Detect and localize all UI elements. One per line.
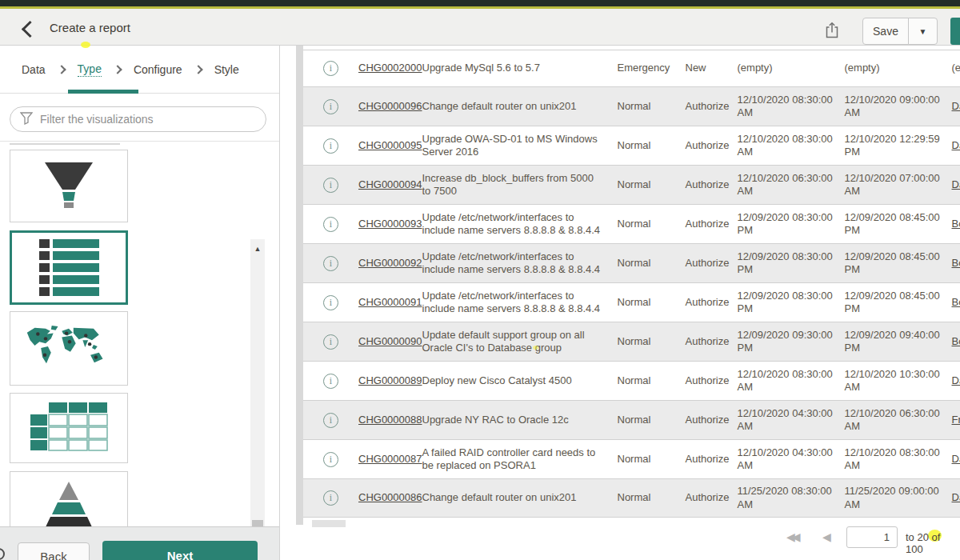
change-number-link[interactable]: CHG0000091	[358, 296, 422, 309]
chevron-right-icon	[57, 65, 66, 74]
viz-thumbnail-funnel[interactable]	[10, 150, 128, 222]
change-number-link[interactable]: CHG0000089	[358, 374, 422, 387]
short-description: Update /etc/network/interfaces to includ…	[422, 244, 618, 282]
change-number-link[interactable]: CHG0000096	[358, 100, 422, 113]
primary-action-button-partial[interactable]	[950, 18, 960, 45]
click-highlight	[533, 346, 538, 350]
assigned-to-link[interactable]: Dav	[952, 139, 960, 152]
assigned-to-link[interactable]: Fre	[952, 414, 960, 426]
state-cell: Authorize	[686, 205, 738, 243]
record-list-panel: iCHG0002000Upgrade MySql 5.6 to 5.7Emerg…	[280, 46, 960, 560]
assigned-to-link[interactable]: Dav	[952, 178, 960, 191]
info-icon[interactable]: i	[323, 334, 338, 350]
first-page-button[interactable]: ◀◀	[786, 530, 798, 543]
info-icon[interactable]: i	[323, 374, 338, 389]
table-row: iCHG0000086Change default router on unix…	[303, 478, 960, 518]
info-icon[interactable]: i	[323, 217, 338, 232]
assigned-to-link[interactable]: Bow	[952, 218, 960, 230]
table-row: iCHG0000090Update default support group …	[303, 322, 960, 361]
short-description: Increase db_block_buffers from 5000 to 7…	[422, 166, 618, 204]
save-dropdown-button[interactable]: ▼	[908, 18, 938, 45]
assigned-to-link[interactable]: Dav	[952, 491, 960, 504]
state-cell: Authorize	[686, 479, 738, 517]
filter-input[interactable]	[40, 113, 266, 126]
end-date-cell: 12/10/2020 09:00:00AM	[845, 87, 952, 126]
info-icon[interactable]: i	[323, 99, 338, 114]
viz-thumbnail-pyramid[interactable]	[10, 471, 128, 526]
breadcrumb-step-data[interactable]: Data	[22, 63, 46, 76]
back-arrow-icon[interactable]	[19, 20, 37, 38]
assigned-to-link[interactable]: Dav	[952, 453, 960, 466]
info-icon[interactable]: i	[323, 413, 338, 428]
wizard-footer: Back Next	[0, 526, 279, 560]
change-number-link[interactable]: CHG0000095	[358, 139, 422, 152]
change-number-link[interactable]: CHG0000090	[358, 335, 422, 348]
table-vertical-scrollbar[interactable]	[296, 46, 303, 525]
short-description: Change default router on unix201	[422, 87, 618, 126]
end-date-cell: 12/09/2020 08:45:00PM	[845, 205, 952, 243]
info-icon[interactable]: i	[323, 138, 338, 154]
viz-thumbnail-world-map[interactable]	[10, 311, 128, 386]
priority-cell: Normal	[618, 479, 686, 517]
priority-cell: Normal	[618, 126, 686, 165]
priority-cell: Normal	[618, 362, 686, 400]
viz-thumbnail-list[interactable]	[10, 230, 128, 305]
start-date-cell: 12/10/2020 04:30:00AM	[738, 440, 845, 478]
help-icon-partial	[0, 548, 5, 560]
pyramid-chart-icon	[32, 478, 106, 526]
back-button[interactable]: Back	[18, 542, 90, 560]
assigned-to-link[interactable]: Bow	[952, 296, 960, 309]
info-icon[interactable]: i	[323, 178, 338, 193]
info-icon[interactable]: i	[323, 61, 338, 76]
viz-scrollbar[interactable]: ▲ ▼	[250, 239, 265, 526]
priority-cell: Normal	[618, 440, 686, 478]
state-cell: Authorize	[686, 126, 738, 165]
change-number-link[interactable]: CHG0000087	[358, 453, 422, 466]
change-number-link[interactable]: CHG0000088	[358, 414, 422, 426]
assigned-to-link[interactable]: Bow	[952, 335, 960, 348]
breadcrumb-step-configure[interactable]: Configure	[134, 63, 182, 76]
priority-cell: Normal	[618, 244, 686, 282]
scroll-up-icon[interactable]: ▲	[250, 242, 265, 255]
list-chart-icon	[39, 239, 99, 296]
viz-thumbnail-pivot-table[interactable]	[10, 393, 128, 463]
change-number-link[interactable]: CHG0000094	[358, 178, 422, 191]
page-number-input[interactable]	[846, 526, 898, 548]
funnel-chart-icon	[40, 161, 98, 212]
assigned-to-link[interactable]: Dav	[952, 374, 960, 387]
share-button[interactable]	[821, 19, 843, 43]
state-cell: Authorize	[686, 87, 738, 126]
table-row: iCHG0000089Deploy new Cisco Catalyst 450…	[303, 361, 960, 400]
table-row: iCHG0000094Increase db_block_buffers fro…	[303, 165, 960, 204]
breadcrumb-step-type[interactable]: Type	[78, 62, 102, 77]
short-description: Update /etc/network/interfaces to includ…	[422, 283, 618, 322]
assigned-to-link[interactable]: Dav	[952, 100, 960, 113]
change-number-link[interactable]: CHG0000092	[358, 257, 422, 270]
start-date-cell: 12/10/2020 08:30:00AM	[738, 126, 845, 165]
breadcrumb-step-style[interactable]: Style	[214, 63, 239, 76]
info-icon[interactable]: i	[323, 256, 338, 271]
start-date-cell: (empty)	[738, 50, 845, 86]
info-icon[interactable]: i	[323, 452, 338, 467]
info-icon[interactable]: i	[323, 295, 338, 310]
end-date-cell: 12/09/2020 08:45:00PM	[845, 244, 952, 282]
viz-scrollbar-thumb[interactable]	[252, 520, 263, 526]
state-cell: Authorize	[686, 440, 738, 478]
start-date-cell: 12/09/2020 08:30:00PM	[738, 205, 845, 243]
assigned-to-link[interactable]: Bow	[952, 257, 960, 270]
info-icon[interactable]: i	[323, 490, 338, 506]
short-description: Update default support group on all Orac…	[422, 322, 618, 361]
change-number-link[interactable]: CHG0000093	[358, 218, 422, 230]
end-date-cell: 12/10/2020 12:29:59PM	[845, 126, 952, 165]
change-number-link[interactable]: CHG0000086	[358, 491, 422, 504]
click-highlight	[81, 42, 90, 48]
state-cell: Authorize	[686, 244, 738, 282]
next-button[interactable]: Next	[102, 541, 258, 560]
start-date-cell: 12/10/2020 04:30:00AM	[738, 401, 845, 439]
state-cell: Authorize	[686, 362, 738, 400]
save-button[interactable]: Save	[862, 18, 909, 45]
short-description: Change default router on unix201	[422, 479, 618, 517]
change-number-link[interactable]: CHG0002000	[358, 62, 422, 74]
previous-page-button[interactable]: ◀	[822, 530, 831, 543]
end-date-cell: 12/10/2020 06:30:00AM	[845, 401, 952, 439]
